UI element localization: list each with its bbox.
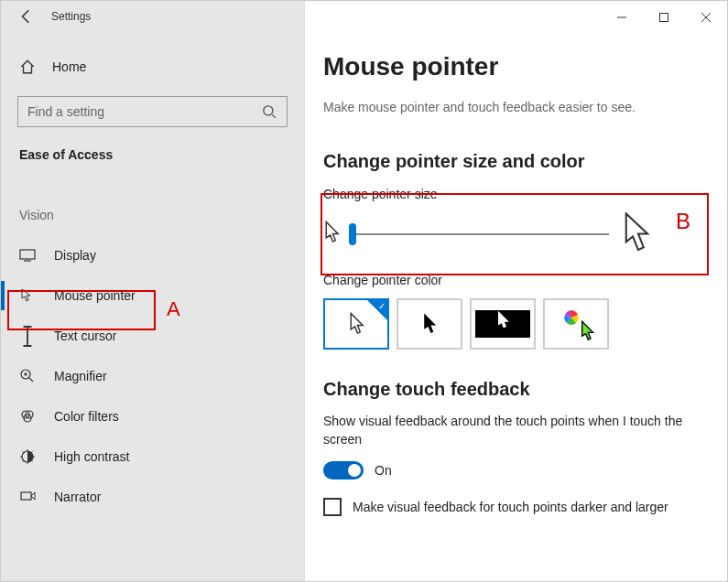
category-label: Ease of Access [1,127,304,171]
text-cursor-icon [19,328,36,344]
touch-feedback-toggle[interactable] [323,461,364,480]
sidebar-item-label: Narrator [54,490,101,504]
page-subtitle: Make mouse pointer and touch feedback ea… [323,100,694,114]
cursor-small-icon [323,221,340,248]
search-input[interactable] [27,104,253,119]
minimize-button[interactable] [601,1,643,34]
high-contrast-icon [19,448,36,465]
pointer-color-inverted[interactable] [470,298,536,350]
window-title: Settings [51,10,91,23]
pointer-hand-icon [19,287,36,304]
home-nav[interactable]: Home [1,48,304,85]
section-pointer-heading: Change pointer size and color [323,151,694,172]
search-box[interactable] [17,96,288,127]
svg-rect-7 [21,492,31,500]
sidebar-item-display[interactable]: Display [1,235,304,275]
svg-point-0 [264,106,273,115]
pointer-color-label: Change pointer color [323,273,694,287]
toggle-state-label: On [375,463,392,478]
home-label: Home [52,59,86,74]
sidebar-item-label: High contrast [54,449,129,464]
sidebar-item-color-filters[interactable]: Color filters [1,396,304,436]
sidebar-item-magnifier[interactable]: Magnifier [1,356,304,396]
sidebar-item-label: Color filters [54,409,119,424]
sidebar-item-label: Text cursor [54,329,116,343]
svg-rect-1 [20,250,35,259]
narrator-icon [19,489,36,505]
svg-rect-8 [660,14,668,22]
sidebar-item-label: Display [54,248,96,263]
sidebar-item-mouse-pointer[interactable]: Mouse pointer [1,275,304,316]
touch-feedback-description: Show visual feedback around the touch po… [323,413,694,448]
pointer-color-white[interactable]: ✓ [323,298,389,350]
color-filters-icon [19,408,36,425]
close-button[interactable] [685,1,727,34]
slider-thumb[interactable] [349,223,356,245]
search-icon [261,103,277,120]
display-icon [19,247,36,264]
page-title: Mouse pointer [323,52,694,81]
touch-darker-checkbox[interactable] [323,498,342,516]
back-icon[interactable] [18,8,35,25]
magnifier-icon [19,368,36,384]
cursor-large-icon [622,212,649,256]
pointer-size-label: Change pointer size [323,187,694,201]
touch-darker-label: Make visual feedback for touch points da… [353,500,668,514]
pointer-size-slider[interactable] [353,233,609,235]
sidebar-item-label: Mouse pointer [54,288,136,303]
home-icon [19,59,36,75]
main-content: Mouse pointer Make mouse pointer and tou… [305,1,727,581]
sidebar-item-narrator[interactable]: Narrator [1,477,304,517]
section-touch-heading: Change touch feedback [323,379,694,400]
vision-section-label: Vision [1,171,304,235]
pointer-color-custom[interactable] [543,298,609,350]
maximize-button[interactable] [643,1,685,34]
sidebar: Settings Home Ease of Access Vision [1,1,305,581]
pointer-color-black[interactable] [397,298,462,350]
sidebar-item-high-contrast[interactable]: High contrast [1,436,304,477]
sidebar-item-text-cursor[interactable]: Text cursor [1,316,304,356]
sidebar-item-label: Magnifier [54,369,107,383]
